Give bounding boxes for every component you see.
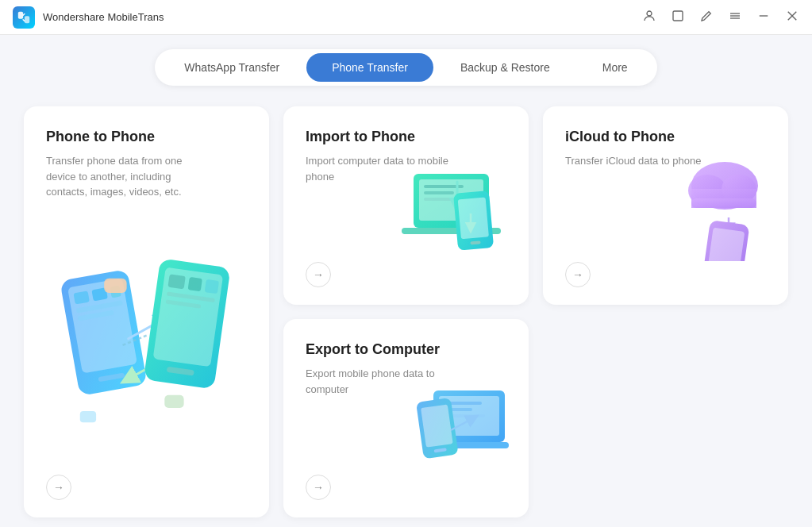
card-import-to-phone[interactable]: Import to Phone Import computer data to …: [283, 106, 529, 305]
card-export-to-computer[interactable]: Export to Computer Export mobile phone d…: [283, 319, 529, 517]
card-icloud-title: iCloud to Phone: [565, 129, 766, 145]
tab-backup[interactable]: Backup & Restore: [435, 53, 575, 82]
import-illustration: [394, 150, 521, 261]
menu-icon[interactable]: [728, 9, 742, 25]
card-phone-to-phone-title: Phone to Phone: [46, 129, 247, 145]
main-content: Phone to Phone Transfer phone data from …: [0, 98, 812, 527]
card-phone-to-phone-desc: Transfer phone data from one device to a…: [46, 153, 189, 200]
tab-more[interactable]: More: [577, 53, 653, 82]
app-title: Wondershare MobileTrans: [43, 11, 164, 23]
svg-rect-0: [18, 11, 23, 18]
card-import-arrow[interactable]: →: [306, 262, 331, 287]
svg-rect-42: [691, 198, 756, 208]
card-export-title: Export to Computer: [306, 341, 506, 358]
svg-rect-36: [458, 197, 489, 239]
nav-container: WhatsApp Transfer Phone Transfer Backup …: [155, 49, 656, 86]
icloud-illustration: [653, 150, 780, 261]
close-icon[interactable]: [785, 9, 799, 25]
card-export-arrow[interactable]: →: [306, 475, 331, 500]
titlebar: Wondershare MobileTrans: [0, 0, 812, 35]
svg-rect-26: [104, 279, 126, 293]
nav-bar: WhatsApp Transfer Phone Transfer Backup …: [0, 35, 812, 98]
edit-icon[interactable]: [699, 9, 714, 25]
svg-rect-33: [424, 191, 454, 194]
card-import-title: Import to Phone: [306, 129, 506, 145]
svg-rect-21: [167, 274, 185, 289]
card-phone-to-phone-arrow[interactable]: →: [46, 475, 71, 500]
tab-phone[interactable]: Phone Transfer: [306, 53, 433, 82]
svg-rect-3: [673, 11, 683, 21]
tab-whatsapp[interactable]: WhatsApp Transfer: [159, 53, 305, 82]
svg-rect-53: [421, 404, 453, 447]
svg-rect-28: [80, 411, 96, 422]
svg-rect-27: [164, 395, 183, 408]
phone-to-phone-illustration: [36, 232, 261, 470]
svg-point-2: [647, 11, 652, 16]
window-icon[interactable]: [671, 9, 685, 25]
card-icloud-arrow[interactable]: →: [565, 262, 591, 287]
card-icloud-to-phone[interactable]: iCloud to Phone Transfer iCloud data to …: [543, 106, 788, 305]
titlebar-controls: [642, 9, 799, 25]
app-icon: [13, 6, 35, 29]
svg-rect-22: [188, 277, 202, 291]
minimize-icon[interactable]: [756, 9, 771, 25]
svg-rect-1: [25, 16, 29, 23]
svg-rect-23: [205, 279, 219, 294]
profile-icon[interactable]: [642, 9, 656, 25]
export-illustration: [394, 363, 521, 474]
card-phone-to-phone[interactable]: Phone to Phone Transfer phone data from …: [24, 106, 269, 517]
titlebar-left: Wondershare MobileTrans: [13, 6, 164, 29]
